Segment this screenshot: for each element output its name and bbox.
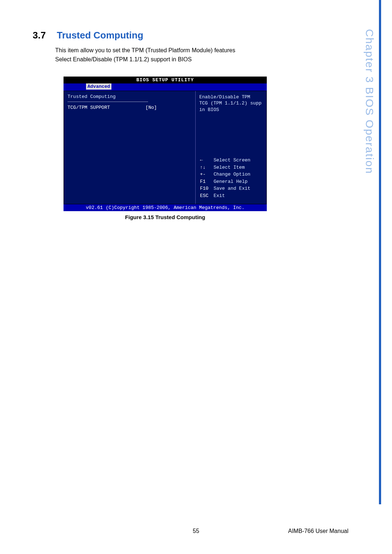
section-number: 3.7	[33, 30, 55, 41]
bios-key-row: F10Save and Exit	[200, 185, 250, 192]
side-accent-bar	[379, 0, 381, 504]
bios-option-label: TCG/TPM SUPPORT	[68, 105, 110, 110]
bios-key-row: ←Select Screen	[200, 157, 250, 164]
bios-heading: Trusted Computing	[68, 94, 192, 99]
body-line: This item allow you to set the TPM (Trus…	[55, 46, 338, 55]
body-line: Select Enable/Disable (TPM 1.1/1.2) supp…	[55, 55, 338, 64]
manual-name: AIMB-766 User Manual	[288, 528, 348, 534]
bios-help-text: Enable/Disable TPM TCG (TPM 1.1/1.2) sup…	[199, 94, 263, 113]
bios-key-row: ESCExit	[200, 193, 250, 199]
bios-footer: v02.61 (C)Copyright 1985-2006, American …	[64, 204, 267, 211]
bios-key-row: ↑↓Select Item	[200, 164, 250, 171]
bios-screenshot: BIOS SETUP UTILITY Advanced Trusted Comp…	[64, 77, 267, 211]
bios-help-line: in BIOS	[199, 107, 263, 113]
bios-help-line: Enable/Disable TPM	[199, 94, 263, 100]
figure-caption: Figure 3.15 Trusted Computing	[64, 214, 267, 220]
bios-option-value: [No]	[146, 105, 157, 110]
bios-separator	[68, 102, 148, 102]
section-body: This item allow you to set the TPM (Trus…	[55, 46, 338, 64]
chapter-side-caption: Chapter 3 BIOS Operation	[363, 29, 376, 174]
bios-tab-advanced[interactable]: Advanced	[86, 83, 111, 90]
bios-key-legend: ←Select Screen ↑↓Select Item +-Change Op…	[199, 156, 263, 200]
bios-help-line: TCG (TPM 1.1/1.2) supp	[199, 100, 263, 107]
bios-key-row: +-Change Option	[200, 171, 250, 178]
page-number: 55	[193, 528, 199, 534]
bios-tab-row: Advanced	[64, 83, 267, 91]
section-header: 3.7 Trusted Computing	[33, 30, 338, 41]
bios-left-pane: Trusted Computing TCG/TPM SUPPORT [No]	[64, 91, 196, 204]
bios-title: BIOS SETUP UTILITY	[64, 77, 267, 83]
section-title: Trusted Computing	[57, 30, 143, 41]
bios-right-pane: Enable/Disable TPM TCG (TPM 1.1/1.2) sup…	[196, 91, 266, 204]
bios-option-row[interactable]: TCG/TPM SUPPORT [No]	[68, 105, 192, 110]
bios-key-row: F1General Help	[200, 178, 250, 185]
